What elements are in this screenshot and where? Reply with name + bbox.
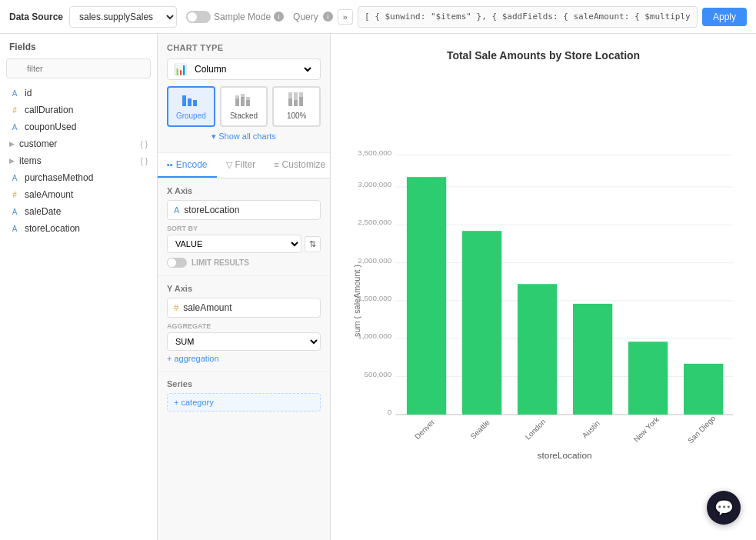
- field-toggle-customer: ▶: [9, 140, 15, 148]
- svg-text:500,000: 500,000: [365, 370, 392, 378]
- aggregate-select[interactable]: SUM AVG COUNT MIN MAX: [167, 332, 321, 351]
- apply-button[interactable]: Apply: [702, 8, 747, 26]
- field-item-storeLocation[interactable]: A storeLocation: [0, 220, 157, 237]
- chart-type-select-wrap[interactable]: 📊 Column Bar Line Area Pie Scatter: [167, 58, 321, 80]
- x-axis-section: X Axis A storeLocation SORT BY VALUE LAB…: [158, 178, 330, 276]
- tab-encode[interactable]: ▪▪ Encode: [158, 153, 217, 178]
- chevron-down-icon: ▾: [211, 132, 216, 141]
- field-type-icon-couponUsed: A: [9, 123, 20, 132]
- field-item-callDuration[interactable]: # callDuration: [0, 102, 157, 118]
- tab-filter[interactable]: ▽ Filter: [217, 153, 265, 178]
- svg-rect-1: [188, 98, 191, 106]
- series-section: Series + category: [158, 372, 330, 419]
- chart-type-dropdown[interactable]: Column Bar Line Area Pie Scatter: [191, 63, 314, 75]
- field-item-items[interactable]: ▶ items { }: [0, 152, 157, 169]
- bar-denver[interactable]: [407, 177, 446, 415]
- svg-text:1,000,000: 1,000,000: [358, 332, 391, 340]
- stacked-label: Stacked: [230, 112, 258, 120]
- svg-rect-8: [246, 97, 250, 100]
- query-info-icon[interactable]: i: [323, 12, 333, 22]
- sort-direction-btn[interactable]: ⇅: [305, 236, 321, 252]
- field-item-purchaseMethod[interactable]: A purchaseMethod: [0, 169, 157, 186]
- x-axis-title-label: storeLocation: [538, 450, 592, 461]
- sort-select-wrap: VALUE LABEL ASCENDING DESCENDING ⇅: [167, 235, 321, 253]
- field-item-customer[interactable]: ▶ customer { }: [0, 135, 157, 152]
- bar-sandiego[interactable]: [684, 364, 723, 415]
- x-field-type-icon: A: [174, 205, 179, 215]
- filter-input[interactable]: [6, 58, 151, 78]
- field-name-id: id: [25, 88, 148, 98]
- field-name-purchaseMethod: purchaseMethod: [25, 172, 148, 183]
- aggregate-label: AGGREGATE: [167, 322, 321, 330]
- field-type-icon-saleAmount: #: [9, 191, 20, 199]
- arrow-button[interactable]: »: [338, 9, 353, 25]
- y-axis-field: # saleAmount: [167, 298, 321, 318]
- chart-variant-stacked[interactable]: Stacked: [220, 86, 268, 127]
- svg-text:0: 0: [388, 408, 392, 416]
- stacked-icon: [228, 92, 261, 110]
- encode-tabs: ▪▪ Encode ▽ Filter ≡ Customize: [158, 153, 330, 178]
- hundred-label: 100%: [287, 112, 307, 120]
- query-label: Query: [293, 12, 318, 22]
- show-all-charts-link[interactable]: ▾ Show all charts: [167, 127, 321, 143]
- middle-panel: Chart Type 📊 Column Bar Line Area Pie Sc…: [158, 34, 331, 540]
- field-toggle-items: ▶: [9, 157, 15, 165]
- field-type-icon-purchaseMethod: A: [9, 174, 20, 182]
- query-input[interactable]: [358, 6, 698, 28]
- svg-text:2,500,000: 2,500,000: [358, 218, 391, 226]
- sample-mode-toggle[interactable]: [186, 11, 211, 23]
- chart-title: Total Sale Amounts by Store Location: [447, 49, 640, 62]
- chart-container: sum ( saleAmount ) 0 500,000 1,000,000 1…: [346, 69, 741, 525]
- query-group: Query i » Apply: [293, 6, 747, 28]
- field-item-saleDate[interactable]: A saleDate: [0, 203, 157, 220]
- main-layout: Fields 🔍 A id # callDuration A couponUse…: [0, 34, 756, 540]
- x-label-london: London: [524, 418, 548, 442]
- sort-select[interactable]: VALUE LABEL ASCENDING DESCENDING: [167, 235, 301, 253]
- chart-variant-100[interactable]: 100%: [272, 86, 321, 127]
- svg-rect-3: [235, 98, 239, 106]
- datasource-label: Data Source: [9, 12, 63, 22]
- field-type-icon-storeLocation: A: [9, 225, 20, 233]
- grouped-label: Grouped: [176, 112, 206, 120]
- fields-sidebar: Fields 🔍 A id # callDuration A couponUse…: [0, 34, 158, 540]
- bar-seattle[interactable]: [462, 231, 501, 415]
- x-label-newyork: New York: [632, 415, 661, 443]
- bar-newyork[interactable]: [628, 342, 668, 415]
- svg-text:2,000,000: 2,000,000: [358, 256, 391, 265]
- add-aggregation-link[interactable]: + aggregation: [167, 354, 321, 363]
- field-item-id[interactable]: A id: [0, 85, 157, 102]
- chart-variant-grouped[interactable]: Grouped: [167, 86, 215, 127]
- sort-by-label: SORT BY: [167, 225, 321, 232]
- tab-customize[interactable]: ≡ Customize: [265, 153, 331, 178]
- x-axis-field: A storeLocation: [167, 200, 321, 220]
- x-field-name: storeLocation: [184, 205, 239, 215]
- bar-london[interactable]: [518, 284, 557, 415]
- y-field-type-icon: #: [174, 303, 178, 312]
- add-category-link[interactable]: + category: [167, 393, 321, 412]
- bar-chart-svg: sum ( saleAmount ) 0 500,000 1,000,000 1…: [346, 69, 741, 525]
- svg-rect-4: [235, 95, 239, 98]
- field-brackets-customer: { }: [141, 140, 148, 148]
- chart-type-section: Chart Type 📊 Column Bar Line Area Pie Sc…: [158, 34, 330, 153]
- svg-rect-14: [299, 92, 303, 97]
- field-item-couponUsed[interactable]: A couponUsed: [0, 118, 157, 135]
- limit-toggle[interactable]: [167, 258, 187, 268]
- bar-austin[interactable]: [573, 304, 612, 415]
- chart-area: Total Sale Amounts by Store Location sum…: [331, 34, 756, 540]
- filter-wrap: 🔍: [0, 58, 157, 85]
- field-name-customer: customer: [19, 138, 136, 149]
- x-axis-title: X Axis: [167, 186, 321, 195]
- field-list: A id # callDuration A couponUsed ▶ custo…: [0, 85, 157, 532]
- chat-button[interactable]: 💬: [707, 491, 741, 525]
- field-name-saleAmount: saleAmount: [25, 189, 148, 200]
- x-label-seattle: Seattle: [468, 418, 491, 441]
- field-type-icon-callDuration: #: [9, 106, 20, 115]
- x-label-sandiego: San Diego: [686, 414, 718, 445]
- field-item-saleAmount[interactable]: # saleAmount: [0, 186, 157, 203]
- sample-mode-info-icon[interactable]: i: [274, 12, 284, 22]
- chat-icon: 💬: [714, 498, 734, 517]
- field-name-storeLocation: storeLocation: [25, 223, 148, 234]
- datasource-select[interactable]: sales.supplySales: [69, 6, 177, 28]
- y-axis-section: Y Axis # saleAmount AGGREGATE SUM AVG CO…: [158, 276, 330, 372]
- svg-text:1,500,000: 1,500,000: [358, 294, 391, 302]
